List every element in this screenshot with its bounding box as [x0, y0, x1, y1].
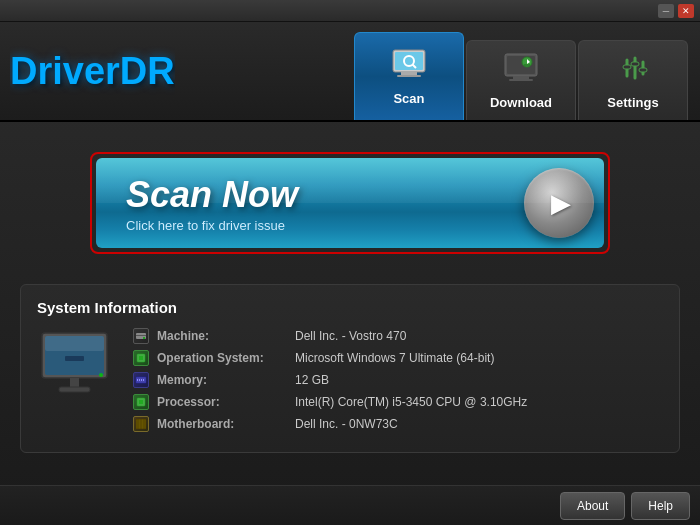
- os-icon: [133, 350, 149, 366]
- svg-rect-8: [513, 76, 529, 79]
- svg-rect-23: [59, 387, 90, 392]
- scan-btn-text: Scan Now Click here to fix driver issue: [126, 174, 298, 233]
- sysinfo-row-motherboard: Motherboard: Dell Inc. - 0NW73C: [133, 416, 663, 432]
- scan-btn-wrapper: Scan Now Click here to fix driver issue: [90, 152, 610, 254]
- minimize-button[interactable]: ─: [658, 4, 674, 18]
- download-tab-icon: [503, 52, 539, 91]
- motherboard-value: Dell Inc. - 0NW73C: [295, 417, 398, 431]
- machine-icon: [133, 328, 149, 344]
- nav-tabs: Scan Download: [354, 22, 700, 120]
- content-area: Scan Now Click here to fix driver issue …: [0, 122, 700, 485]
- sysinfo-title: System Information: [37, 299, 663, 316]
- svg-rect-27: [136, 335, 146, 336]
- app-container: DriverDR Scan: [0, 22, 700, 525]
- svg-rect-37: [139, 400, 143, 404]
- processor-label: Processor:: [157, 395, 287, 409]
- svg-rect-1: [395, 52, 423, 70]
- processor-icon: [133, 394, 149, 410]
- svg-rect-2: [401, 72, 417, 75]
- scan-btn-title: Scan Now: [126, 174, 298, 216]
- footer: About Help: [0, 485, 700, 525]
- svg-rect-16: [623, 65, 631, 69]
- memory-label: Memory:: [157, 373, 287, 387]
- machine-label: Machine:: [157, 329, 287, 343]
- download-tab-label: Download: [490, 95, 552, 110]
- title-bar: ─ ✕: [0, 0, 700, 22]
- svg-rect-9: [509, 79, 533, 81]
- svg-point-28: [143, 337, 145, 339]
- svg-rect-24: [65, 356, 84, 361]
- about-button[interactable]: About: [560, 492, 625, 520]
- logo-area: DriverDR: [10, 22, 230, 120]
- scan-arrow-icon: [524, 168, 594, 238]
- svg-rect-21: [45, 336, 104, 351]
- svg-rect-18: [639, 68, 647, 72]
- tab-download[interactable]: Download: [466, 40, 576, 120]
- tab-scan[interactable]: Scan: [354, 32, 464, 120]
- settings-tab-label: Settings: [607, 95, 658, 110]
- sysinfo-row-processor: Processor: Intel(R) Core(TM) i5-3450 CPU…: [133, 394, 663, 410]
- logo-text: DriverDR: [10, 50, 175, 93]
- scan-btn-subtitle: Click here to fix driver issue: [126, 218, 285, 233]
- os-value: Microsoft Windows 7 Ultimate (64-bit): [295, 351, 494, 365]
- sysinfo-row-memory: Memory: 12 GB: [133, 372, 663, 388]
- memory-value: 12 GB: [295, 373, 329, 387]
- logo-wrapper: DriverDR: [10, 22, 175, 120]
- machine-value: Dell Inc. - Vostro 470: [295, 329, 406, 343]
- sysinfo-panel: System Information: [20, 284, 680, 453]
- tab-settings[interactable]: Settings: [578, 40, 688, 120]
- motherboard-icon: [133, 416, 149, 432]
- close-button[interactable]: ✕: [678, 4, 694, 18]
- svg-rect-33: [139, 379, 140, 381]
- header: DriverDR Scan: [0, 22, 700, 122]
- svg-rect-3: [397, 75, 421, 77]
- motherboard-label: Motherboard:: [157, 417, 287, 431]
- svg-point-25: [99, 373, 103, 377]
- svg-rect-34: [141, 379, 142, 381]
- memory-icon: [133, 372, 149, 388]
- scan-now-button[interactable]: Scan Now Click here to fix driver issue: [96, 158, 604, 248]
- system-monitor-icon: [37, 328, 117, 403]
- svg-rect-32: [137, 379, 138, 381]
- sysinfo-table: Machine: Dell Inc. - Vostro 470 Operatio…: [133, 328, 663, 438]
- svg-rect-35: [143, 379, 144, 381]
- svg-rect-30: [139, 356, 143, 360]
- sysinfo-row-machine: Machine: Dell Inc. - Vostro 470: [133, 328, 663, 344]
- scan-tab-icon: [391, 48, 427, 87]
- scan-tab-label: Scan: [393, 91, 424, 106]
- settings-tab-icon: [615, 52, 651, 91]
- os-label: Operation System:: [157, 351, 287, 365]
- help-button[interactable]: Help: [631, 492, 690, 520]
- window-controls: ─ ✕: [658, 4, 694, 18]
- sysinfo-content: Machine: Dell Inc. - Vostro 470 Operatio…: [37, 328, 663, 438]
- svg-rect-17: [631, 62, 639, 66]
- processor-value: Intel(R) Core(TM) i5-3450 CPU @ 3.10GHz: [295, 395, 527, 409]
- sysinfo-row-os: Operation System: Microsoft Windows 7 Ul…: [133, 350, 663, 366]
